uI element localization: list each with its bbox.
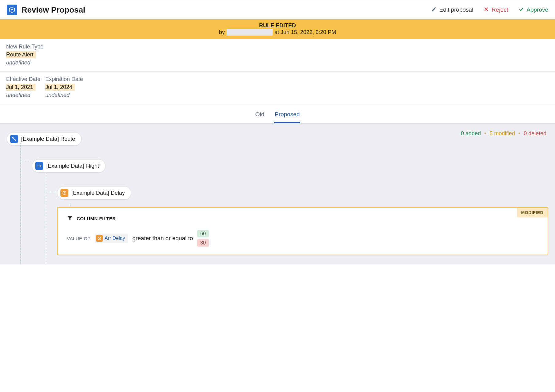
filter-icon [67, 215, 73, 222]
operator-text: greater than or equal to [132, 235, 193, 242]
approve-label: Approve [526, 6, 548, 13]
pencil-icon [431, 6, 437, 13]
old-value: 60 [197, 230, 209, 237]
flight-icon [35, 162, 43, 170]
effective-date-prev: undefined [6, 92, 40, 98]
clock-icon [60, 189, 68, 197]
rule-type-value: Route Alert [6, 51, 36, 58]
clock-icon [96, 235, 103, 242]
banner-by-prefix: by [219, 29, 225, 36]
connector [46, 173, 46, 264]
rule-edited-banner: RULE EDITED by at Jun 15, 2022, 6:20 PM [0, 19, 555, 39]
rule-type-label: New Rule Type [6, 44, 549, 50]
close-icon [484, 6, 489, 13]
filter-head-label: COLUMN FILTER [77, 216, 116, 221]
effective-date-label: Effective Date [6, 76, 40, 83]
page-title: Review Proposal [21, 5, 85, 15]
tab-old[interactable]: Old [255, 109, 265, 123]
check-icon [519, 6, 524, 13]
approve-button[interactable]: Approve [519, 6, 548, 13]
banner-title: RULE EDITED [0, 22, 555, 29]
banner-at-text: at Jun 15, 2022, 6:20 PM [274, 29, 336, 36]
edit-proposal-button[interactable]: Edit proposal [431, 6, 473, 13]
banner-author-redacted [227, 29, 273, 36]
value-of-label: VALUE OF [67, 236, 90, 241]
tree-node-delay-label: [Example Data] Delay [71, 190, 125, 196]
expiration-date-label: Expiration Date [45, 76, 83, 83]
route-icon [10, 135, 18, 143]
new-value: 30 [197, 239, 209, 247]
tree-node-delay[interactable]: [Example Data] Delay [57, 186, 131, 200]
reject-label: Reject [492, 6, 508, 13]
tree-node-route-label: [Example Data] Route [21, 136, 75, 142]
diff-tabs: Old Proposed [0, 104, 555, 123]
effective-date-value: Jul 1, 2021 [6, 84, 36, 91]
column-filter-card: MODIFIED COLUMN FILTER VALUE OF Arr Dela… [57, 207, 548, 255]
edit-proposal-label: Edit proposal [439, 6, 473, 13]
column-chip[interactable]: Arr Delay [95, 234, 128, 243]
tree-node-route[interactable]: [Example Data] Route [7, 132, 82, 146]
reject-button[interactable]: Reject [484, 6, 508, 13]
modified-badge: MODIFIED [517, 208, 548, 217]
tab-proposed[interactable]: Proposed [274, 109, 300, 123]
tree-node-flight[interactable]: [Example Data] Flight [32, 159, 105, 173]
expiration-date-value: Jul 1, 2024 [45, 84, 75, 91]
rule-type-prev: undefined [6, 60, 549, 66]
app-cube-icon [7, 5, 17, 15]
expiration-date-prev: undefined [45, 92, 83, 98]
tree-node-flight-label: [Example Data] Flight [46, 163, 99, 169]
column-chip-label: Arr Delay [105, 236, 125, 241]
